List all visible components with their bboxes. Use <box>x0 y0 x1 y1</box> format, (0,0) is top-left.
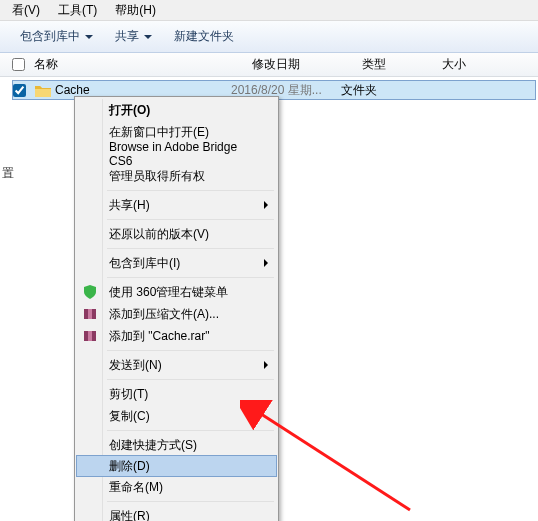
shield-icon <box>82 284 98 300</box>
cm-browse-bridge[interactable]: Browse in Adobe Bridge CS6 <box>77 143 276 165</box>
toolbar-include-library[interactable]: 包含到库中 <box>14 25 99 48</box>
cm-360-manage[interactable]: 使用 360管理右键菜单 <box>77 281 276 303</box>
select-all-checkbox[interactable] <box>12 58 25 71</box>
separator <box>107 248 274 249</box>
separator <box>107 430 274 431</box>
column-type[interactable]: 类型 <box>362 56 442 73</box>
separator <box>107 219 274 220</box>
chevron-right-icon <box>264 201 268 209</box>
svg-rect-1 <box>88 309 92 319</box>
cm-properties[interactable]: 属性(R) <box>77 505 276 521</box>
sidebar-fragment: 置 <box>2 165 14 182</box>
separator <box>107 379 274 380</box>
archive-icon <box>82 328 98 344</box>
toolbar-share-label: 共享 <box>115 28 139 45</box>
toolbar-new-folder-label: 新建文件夹 <box>174 28 234 45</box>
svg-rect-3 <box>88 331 92 341</box>
cm-cut[interactable]: 剪切(T) <box>77 383 276 405</box>
chevron-right-icon <box>264 361 268 369</box>
chevron-down-icon <box>144 35 152 39</box>
separator <box>107 277 274 278</box>
separator <box>107 190 274 191</box>
file-type-label: 文件夹 <box>341 82 421 99</box>
toolbar-share[interactable]: 共享 <box>109 25 158 48</box>
menu-view[interactable]: 看(V) <box>4 0 48 21</box>
toolbar: 包含到库中 共享 新建文件夹 <box>0 21 538 53</box>
cm-create-shortcut[interactable]: 创建快捷方式(S) <box>77 434 276 456</box>
menubar: 看(V) 工具(T) 帮助(H) <box>0 0 538 21</box>
header-checkbox-cell <box>12 58 34 71</box>
column-date[interactable]: 修改日期 <box>252 56 362 73</box>
chevron-right-icon <box>264 259 268 267</box>
context-menu: 打开(O) 在新窗口中打开(E) Browse in Adobe Bridge … <box>74 96 279 521</box>
cm-include-library[interactable]: 包含到库中(I) <box>77 252 276 274</box>
file-name-label: Cache <box>55 83 90 97</box>
file-checkbox-cell <box>13 84 35 97</box>
cm-rename[interactable]: 重命名(M) <box>77 476 276 498</box>
folder-icon <box>35 84 51 97</box>
cm-copy[interactable]: 复制(C) <box>77 405 276 427</box>
separator <box>107 501 274 502</box>
cm-send-to[interactable]: 发送到(N) <box>77 354 276 376</box>
menu-help[interactable]: 帮助(H) <box>107 0 164 21</box>
archive-icon <box>82 306 98 322</box>
cm-add-archive[interactable]: 添加到压缩文件(A)... <box>77 303 276 325</box>
column-size[interactable]: 大小 <box>442 56 538 73</box>
toolbar-include-label: 包含到库中 <box>20 28 80 45</box>
menu-tools[interactable]: 工具(T) <box>50 0 105 21</box>
cm-open[interactable]: 打开(O) <box>77 99 276 121</box>
cm-delete[interactable]: 删除(D) <box>76 455 277 477</box>
file-checkbox[interactable] <box>13 84 26 97</box>
chevron-down-icon <box>85 35 93 39</box>
cm-admin-ownership[interactable]: 管理员取得所有权 <box>77 165 276 187</box>
separator <box>107 350 274 351</box>
cm-add-cache-rar[interactable]: 添加到 "Cache.rar" <box>77 325 276 347</box>
cm-restore-versions[interactable]: 还原以前的版本(V) <box>77 223 276 245</box>
cm-share[interactable]: 共享(H) <box>77 194 276 216</box>
column-headers: 名称 修改日期 类型 大小 <box>0 53 538 77</box>
column-name[interactable]: 名称 <box>34 56 252 73</box>
toolbar-new-folder[interactable]: 新建文件夹 <box>168 25 240 48</box>
